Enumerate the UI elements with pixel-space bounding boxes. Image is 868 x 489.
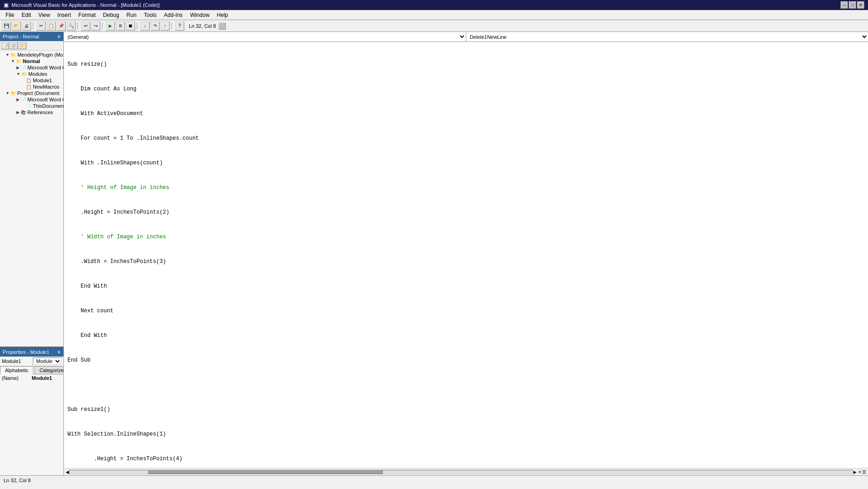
code-line: For count = 1 To .InlineShapes.count [68,134,864,142]
prop-name-value: Module1 [32,375,62,381]
title-text: Microsoft Visual Basic for Applications … [11,2,160,8]
toolbar-save[interactable]: 💾 [2,21,11,31]
toolbar-status: Ln 32, Col 8 [189,23,216,29]
code-line: Sub resize1() [68,405,864,414]
code-line: End Sub [68,356,864,364]
menu-tools[interactable]: Tools [140,11,160,19]
toolbar-break[interactable]: ⏸ [116,21,125,31]
expand-wordobj2: ▶ [16,97,20,102]
toolbar-find[interactable]: 🔍 [67,21,76,31]
tree-item-projectdoc[interactable]: ▼ 📁 Project (Document: [0,90,63,96]
tree-label-newmacros: NewMacros [33,84,59,89]
menu-view[interactable]: View [35,11,54,19]
toolbar-undo[interactable]: ↩ [81,21,90,31]
toolbar-print[interactable]: 🖨 [22,21,31,31]
menu-help[interactable]: Help [213,11,232,19]
tree-item-wordobj2[interactable]: ▶ 📄 Microsoft Word Ob [0,96,63,103]
tree-label-references: References [27,110,53,115]
toolbar-sep3 [102,22,104,30]
code-view-icon1[interactable]: ≡ [858,469,861,474]
code-view-icon2[interactable]: ☰ [862,469,866,474]
doc-icon-wordobj1: 📄 [21,65,26,70]
toolbar: 💾 📂 🖨 ✂ 📋 📌 🔍 ↩ ↪ ▶ ⏸ ⏹ ↓ ↷ ↑ ? Ln 32, C… [0,20,868,32]
toolbar-run[interactable]: ▶ [106,21,115,31]
title-bar-left: ▣ Microsoft Visual Basic for Application… [4,2,160,8]
menu-window[interactable]: Window [187,11,213,19]
menu-edit[interactable]: Edit [18,11,35,19]
tree-item-wordobj1[interactable]: ▶ 📄 Microsoft Word Ob [0,64,63,71]
toolbar-open[interactable]: 📂 [12,21,21,31]
menu-insert[interactable]: Insert [54,11,75,19]
project-view-obj[interactable]: □ [10,42,18,49]
expand-modules: ▼ [16,72,21,76]
prop-module-name: Module1 [2,358,33,364]
folder-icon-projectdoc: 📁 [10,91,16,96]
tree-label-modules: Modules [28,71,47,77]
tree-label-projectdoc: Project (Document: [17,90,60,96]
tree-label-normal: Normal [23,58,40,64]
code-dropdowns: (General) Delete1NewLine [64,32,868,42]
menu-format[interactable]: Format [75,11,99,19]
tree-item-newmacros[interactable]: ▶ 📋 NewMacros [0,84,63,90]
folder-icon-modules: 📁 [21,72,27,77]
project-view-code[interactable]: 📝 [1,42,9,49]
toolbar-reset[interactable]: ⏹ [126,21,135,31]
toolbar-redo[interactable]: ↪ [91,21,100,31]
prop-tab-alphabetic[interactable]: Alphabetic [0,366,33,374]
menu-run[interactable]: Run [123,11,140,19]
code-line: With Selection.InlineShapes(1) [68,430,864,438]
properties-title: Properties - Module1 [3,349,49,355]
prop-tab-categorized[interactable]: Categorized [34,366,63,374]
code-line: End With [68,282,864,290]
tree-item-modules[interactable]: ▼ 📁 Modules [0,71,63,77]
toolbar-stepover[interactable]: ↷ [151,21,160,31]
code-context-dropdown[interactable]: (General) [64,32,466,42]
menu-file[interactable]: File [2,11,18,19]
tree-label-wordobj1: Microsoft Word Ob [27,65,63,70]
project-toolbar: 📝 □ 📁 [0,41,63,51]
maximize-button[interactable]: □ [849,1,856,9]
tree-label-wordobj2: Microsoft Word Ob [27,97,63,102]
tree-item-normal[interactable]: ▼ 📁 Normal [0,58,63,64]
tree-item-module1[interactable]: ▶ 📋 Module1 [0,77,63,84]
prop-module-type-select[interactable]: Module [33,358,62,365]
title-bar-controls[interactable]: ─ □ ✕ [841,1,864,9]
menu-debug[interactable]: Debug [99,11,123,19]
tree-item-mendeleymodule[interactable]: ▼ 📁 MendeleyPlugin (Mo [0,52,63,58]
tree-item-references[interactable]: ▶ 📚 References [0,109,63,116]
scroll-right-icon[interactable]: ▶ [853,470,857,474]
status-bar: Ln 32, Col 8 [0,475,868,484]
project-title: Project - Normal [3,34,39,39]
prop-name-key: (Name) [2,375,32,381]
code-line: With .InlineShapes(count) [68,159,864,167]
scroll-left-icon[interactable]: ◀ [66,470,69,474]
project-pane: Project - Normal ✕ 📝 □ 📁 ▼ 📁 MendeleyPlu… [0,32,63,347]
main-layout: Project - Normal ✕ 📝 □ 📁 ▼ 📁 MendeleyPlu… [0,32,868,475]
project-header: Project - Normal ✕ [0,32,63,41]
app-icon: ▣ [4,2,9,8]
toolbar-stepinto[interactable]: ↓ [140,21,150,31]
folder-icon: 📁 [10,53,16,58]
toolbar-indicator [218,22,226,30]
toolbar-copy[interactable]: 📋 [47,21,56,31]
expand-normal: ▼ [11,59,15,63]
module-icon-newmacros: 📋 [26,84,31,89]
tree-item-thisdocument[interactable]: ▶ 📄 ThisDocument [0,103,63,109]
properties-close-icon[interactable]: ✕ [57,350,61,355]
scrollbar-thumb[interactable] [148,470,383,474]
code-editor[interactable]: Sub resize() Dim count As Long With Acti… [64,42,868,468]
toolbar-cut[interactable]: ✂ [36,21,46,31]
toolbar-paste[interactable]: 📌 [57,21,66,31]
toolbar-stepout[interactable]: ↑ [161,21,170,31]
bottom-scrollbar[interactable]: ◀ ▶ ≡ ☰ [64,468,868,475]
toolbar-sep4 [137,22,139,30]
menu-addins[interactable]: Add-Ins [160,11,186,19]
minimize-button[interactable]: ─ [841,1,848,9]
toolbar-help[interactable]: ? [175,21,184,31]
status-position: Ln 32, Col 8 [4,478,31,483]
project-toggle[interactable]: 📁 [18,42,26,49]
scrollbar-track[interactable] [69,470,853,474]
project-close-icon[interactable]: ✕ [57,34,61,39]
close-button[interactable]: ✕ [857,1,864,9]
code-proc-dropdown[interactable]: Delete1NewLine [466,32,868,42]
